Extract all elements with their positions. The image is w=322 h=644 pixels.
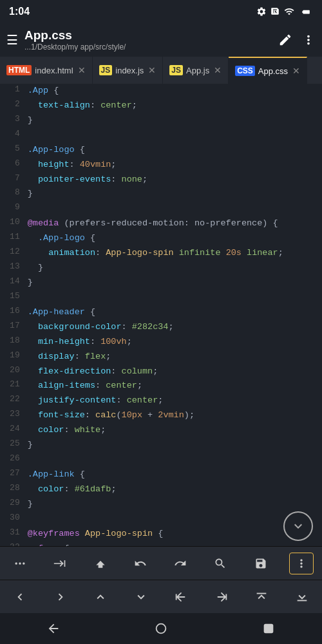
page-up-icon [254, 590, 269, 604]
code-line-20: 20 flex-direction: column; [0, 365, 322, 379]
code-line-17: 17 background-color: #282c34; [0, 320, 322, 335]
shift-key-button[interactable] [89, 553, 112, 574]
android-home-button[interactable] [154, 621, 168, 636]
code-line-24: 24 color: white; [0, 423, 322, 438]
save-icon [254, 557, 267, 570]
more-horiz-button[interactable] [8, 553, 32, 574]
code-line-30: 30 [0, 512, 322, 527]
edit-icon[interactable] [278, 33, 292, 47]
tab-label-index-js: index.js [115, 66, 144, 75]
code-line-19: 19 display: flex; [0, 350, 322, 365]
hamburger-icon[interactable]: ☰ [6, 32, 18, 48]
code-line-9: 9 [0, 202, 322, 216]
undo-icon [134, 557, 147, 570]
code-line-27: 27 .App-link { [0, 468, 322, 482]
tab-close-app-js[interactable]: ✕ [214, 65, 222, 75]
android-recent-icon [261, 621, 276, 636]
android-back-icon [46, 621, 61, 636]
undo-button[interactable] [129, 553, 152, 574]
chevron-left-icon [13, 590, 27, 604]
more-vert-toolbar-button[interactable] [289, 553, 314, 574]
tab-index-html[interactable]: HTML index.html ✕ [0, 57, 93, 84]
nav-left-button[interactable] [6, 586, 33, 608]
android-back-button[interactable] [46, 621, 61, 636]
code-line-18: 18 min-height: 100vh; [0, 335, 322, 350]
code-line-28: 28 color: #61dafb; [0, 482, 322, 497]
android-nav [0, 613, 322, 644]
page-down-icon [295, 590, 309, 604]
more-vert-toolbar-icon [295, 557, 308, 570]
code-line-14: 14 } [0, 276, 322, 290]
more-horiz-icon [14, 557, 26, 570]
html-icon: HTML [6, 65, 32, 75]
code-line-5: 5 .App-logo { [0, 143, 322, 158]
code-line-1: 1 .App { [0, 84, 322, 99]
code-line-23: 23 font-size: calc(10px + 2vmin); [0, 408, 322, 423]
css-icon-app: CSS [235, 66, 255, 76]
code-line-31: 31 @keyframes App-logo-spin { [0, 527, 322, 542]
tab-index-js[interactable]: JS index.js ✕ [93, 57, 164, 84]
more-vert-icon[interactable] [301, 33, 316, 47]
shift-icon [94, 557, 107, 570]
code-line-3: 3 } [0, 113, 322, 128]
bottom-toolbar [0, 546, 322, 580]
code-line-13: 13 } [0, 261, 322, 276]
wifi-icon [283, 6, 295, 17]
nav-up-button[interactable] [87, 586, 114, 608]
tab-close-app-css[interactable]: ✕ [292, 66, 300, 76]
code-line-21: 21 align-items: center; [0, 379, 322, 393]
android-recent-button[interactable] [261, 621, 276, 636]
tabs-bar: HTML index.html ✕ JS index.js ✕ JS App.j… [0, 57, 322, 84]
save-button[interactable] [249, 553, 272, 574]
tab-close-index-html[interactable]: ✕ [78, 65, 86, 75]
search-button[interactable] [209, 553, 232, 574]
tab-label-index-html: index.html [35, 66, 73, 75]
svg-point-2 [23, 562, 24, 564]
code-line-22: 22 justify-content: center; [0, 393, 322, 408]
chevron-down-fab-icon [290, 518, 306, 534]
code-editor[interactable]: 1 .App { 2 text-align: center; 3 } 4 5 .… [0, 84, 322, 546]
nav-bar [0, 580, 322, 613]
tab-label-app-js: App.js [186, 66, 209, 75]
svg-rect-4 [264, 625, 272, 633]
code-lines: 1 .App { 2 text-align: center; 3 } 4 5 .… [0, 84, 322, 546]
status-time: 1:04 [9, 6, 30, 17]
tab-app-js[interactable]: JS App.js ✕ [163, 57, 229, 84]
code-line-2: 2 text-align: center; [0, 99, 322, 113]
chevron-right-icon [53, 590, 68, 604]
nav-page-down-button[interactable] [289, 586, 316, 608]
nav-down-button[interactable] [128, 586, 155, 608]
code-line-7: 7 pointer-events: none; [0, 173, 322, 187]
code-line-12: 12 animation: App-logo-spin infinite 20s… [0, 246, 322, 261]
svg-point-0 [15, 562, 17, 564]
settings-icon [256, 6, 267, 17]
svg-point-3 [156, 624, 166, 634]
fab-scroll-button[interactable] [283, 511, 313, 541]
tab-label-app-css: App.css [258, 66, 288, 76]
tab-app-css[interactable]: CSS App.css ✕ [229, 57, 307, 84]
tab-close-index-js[interactable]: ✕ [148, 65, 156, 75]
code-line-16: 16 .App-header { [0, 305, 322, 320]
nav-page-up-button[interactable] [248, 586, 275, 608]
code-line-11: 11 .App-logo { [0, 231, 322, 246]
redo-icon [174, 557, 187, 570]
code-line-29: 29 } [0, 497, 322, 512]
status-icons [256, 6, 313, 17]
tab-key-button[interactable] [48, 553, 71, 574]
code-line-25: 25 } [0, 438, 322, 453]
redo-button[interactable] [169, 553, 192, 574]
sim-icon [270, 6, 279, 17]
nav-line-end-button[interactable] [208, 586, 235, 608]
android-home-icon [154, 621, 168, 636]
svg-point-1 [19, 562, 21, 564]
line-start-icon [174, 590, 188, 604]
chevron-down-icon [134, 590, 148, 604]
search-icon [214, 557, 227, 570]
js-icon-index: JS [99, 65, 113, 75]
js-icon-app: JS [169, 65, 183, 75]
tab-icon [53, 557, 66, 570]
nav-line-start-button[interactable] [167, 586, 194, 608]
code-line-32: 32 from { [0, 542, 322, 546]
nav-right-button[interactable] [47, 586, 74, 608]
title-info: App.css ...1/Desktop/my app/src/style/ [24, 28, 272, 52]
